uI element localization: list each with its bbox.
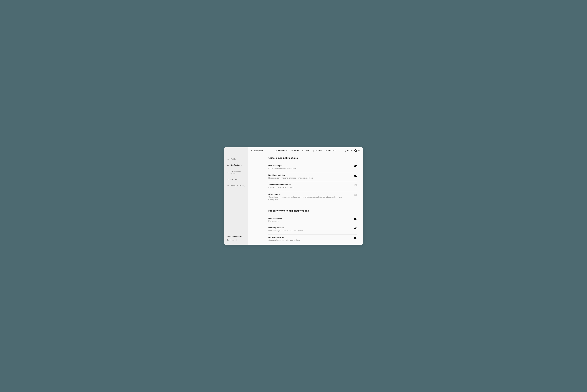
topnav-label: INBOX	[294, 150, 299, 152]
sidebar-item-profile[interactable]: Profile	[224, 157, 248, 161]
avatar-initials: DV	[358, 150, 360, 152]
setting-desc: Requests, confirmations, changes, remind…	[268, 177, 348, 180]
toggle-owner-booking-updates[interactable]	[354, 237, 357, 239]
owner-section-title: Property owner email notifications	[268, 209, 357, 212]
guest-section-title: Guest email notifications	[268, 157, 357, 160]
home-icon	[312, 150, 314, 152]
topnav-label: HELP	[347, 150, 352, 152]
topnav: DASHBOARD INBOX TRIPS LISTINGS REVIEWS	[275, 150, 336, 152]
topnav-label: DASHBOARD	[278, 150, 288, 152]
topnav-listings[interactable]: LISTINGS	[312, 150, 323, 152]
setting-title: New messages	[268, 217, 348, 220]
setting-row-guest-bookings-updates: Bookings updates Requests, confirmations…	[268, 172, 357, 182]
svg-point-3	[228, 179, 228, 180]
toggle-owner-booking-requests[interactable]	[354, 228, 357, 229]
setting-row-guest-other-updates: Other updates General promotions, news, …	[268, 191, 357, 203]
toggle-owner-new-messages[interactable]	[354, 218, 357, 220]
sidebar-item-label: Profile	[230, 158, 236, 160]
sidebar-item-label: Privacy & security	[230, 184, 245, 186]
sidebar-item-label: Payment and payout	[230, 170, 246, 174]
topnav-reviews[interactable]: REVIEWS	[325, 150, 336, 152]
brand[interactable]: cuddlynest	[250, 149, 263, 152]
topnav-help[interactable]: HELP	[345, 150, 352, 152]
star-icon	[325, 150, 327, 152]
sidebar-item-get-paid[interactable]: Get paid	[224, 177, 248, 182]
setting-desc: Changes in booking status and options	[268, 239, 348, 242]
dashboard-icon	[275, 150, 277, 152]
topnav-dashboard[interactable]: DASHBOARD	[275, 150, 288, 152]
topnav-label: TRIPS	[305, 150, 309, 152]
toggle-guest-bookings-updates[interactable]	[354, 175, 357, 177]
topnav-label: REVIEWS	[328, 150, 336, 152]
setting-desc: General promotions, news, updates, surve…	[268, 196, 348, 201]
avatar-icon	[354, 149, 357, 152]
app-window: Profile Notifications Payment and payout	[224, 147, 363, 245]
user-icon	[227, 158, 229, 160]
svg-point-0	[228, 158, 228, 159]
content: Guest email notifications New messages F…	[248, 154, 363, 245]
setting-row-guest-travel-recs: Travel recommendations Price and travel …	[268, 182, 357, 191]
setting-desc: From guests`	[268, 220, 348, 222]
sidebar-item-label: Notifications	[230, 164, 241, 166]
svg-rect-4	[228, 186, 229, 186]
setting-row-owner-booking-requests: Booking requests New booking requests fr…	[268, 225, 357, 234]
chat-icon	[291, 150, 293, 152]
setting-desc: From property owners, hosts, hotels	[268, 167, 348, 170]
money-icon	[227, 178, 229, 180]
setting-row-guest-new-messages: New messages From property owners, hosts…	[268, 163, 357, 172]
setting-title: Bookings updates	[268, 174, 348, 176]
sidebar-user-name: Dima Veremchuk	[227, 236, 246, 238]
user-menu[interactable]: DV	[354, 149, 360, 152]
logout-label: Log out	[230, 239, 237, 241]
topbar: cuddlynest DASHBOARD INBOX TRIPS LISTIN	[248, 147, 363, 154]
svg-rect-1	[227, 172, 229, 173]
bell-icon	[227, 164, 229, 166]
card-icon	[227, 171, 229, 173]
guest-settings-list: New messages From property owners, hosts…	[268, 163, 357, 203]
sidebar-item-privacy[interactable]: Privacy & security	[224, 183, 248, 188]
sidebar-item-notifications[interactable]: Notifications	[224, 163, 248, 168]
sidebar-item-label: Get paid	[230, 178, 237, 180]
lock-icon	[227, 184, 229, 186]
toggle-guest-other-updates[interactable]	[354, 194, 357, 196]
setting-title: Travel recommendations	[268, 184, 348, 186]
topnav-trips[interactable]: TRIPS	[302, 150, 309, 152]
toggle-guest-travel-recs[interactable]	[354, 184, 357, 186]
topnav-label: LISTINGS	[315, 150, 323, 152]
setting-title: New messages	[268, 164, 348, 167]
svg-point-9	[355, 150, 356, 151]
brand-wordmark: cuddlynest	[254, 150, 263, 152]
setting-row-owner-new-messages: New messages From guests`	[268, 216, 357, 225]
logout-icon	[227, 239, 229, 241]
help-icon	[345, 150, 347, 152]
setting-title: Other updates	[268, 193, 348, 195]
topnav-inbox[interactable]: INBOX	[291, 150, 299, 152]
sidebar-nav: Profile Notifications Payment and payout	[224, 157, 248, 188]
svg-rect-6	[302, 150, 304, 151]
setting-desc: Price and travel alerts, trip ideas	[268, 186, 348, 189]
setting-title: Booking requests	[268, 227, 348, 229]
setting-row-owner-booking-updates: Booking updates Changes in booking statu…	[268, 234, 357, 244]
sidebar-item-payment[interactable]: Payment and payout	[224, 169, 248, 176]
setting-title: Booking updates	[268, 236, 348, 238]
toggle-guest-new-messages[interactable]	[354, 165, 357, 167]
owner-settings-list: New messages From guests` Booking reques…	[268, 216, 357, 244]
suitcase-icon	[302, 150, 304, 152]
svg-rect-2	[227, 179, 229, 180]
main: cuddlynest DASHBOARD INBOX TRIPS LISTIN	[248, 147, 363, 245]
sidebar: Profile Notifications Payment and payout	[224, 147, 248, 245]
logout-button[interactable]: Log out	[227, 239, 246, 241]
setting-desc: New booking requests from potential gues…	[268, 230, 348, 232]
brand-logo-icon	[250, 149, 253, 152]
